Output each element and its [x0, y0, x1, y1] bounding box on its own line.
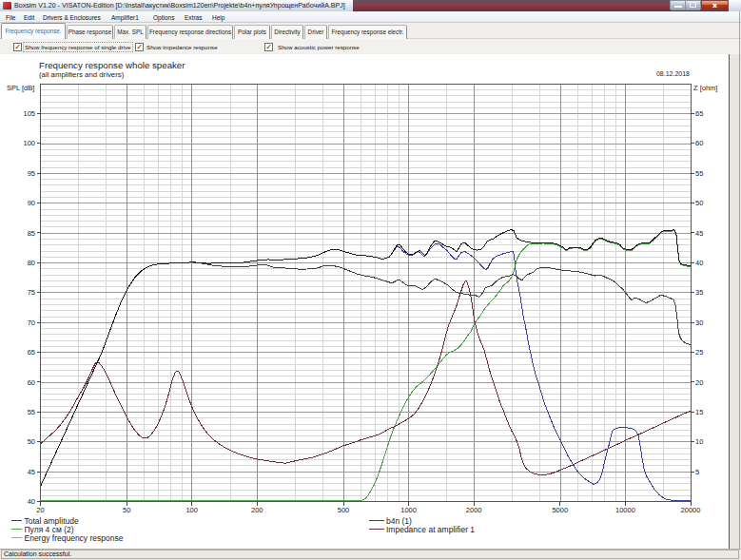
svg-text:60: 60	[28, 378, 35, 387]
svg-text:500: 500	[338, 506, 350, 514]
svg-text:100: 100	[23, 139, 35, 147]
svg-text:95: 95	[28, 169, 35, 178]
svg-text:105: 105	[23, 109, 35, 118]
svg-text:45: 45	[28, 468, 35, 476]
svg-text:55: 55	[28, 408, 35, 416]
svg-text:10: 10	[695, 437, 703, 446]
svg-text:65: 65	[695, 109, 703, 118]
svg-text:20: 20	[695, 378, 703, 387]
svg-text:2000: 2000	[466, 506, 482, 514]
svg-text:45: 45	[695, 229, 703, 238]
svg-text:Z [ohm]: Z [ohm]	[693, 84, 717, 92]
svg-text:10000: 10000	[615, 506, 635, 514]
svg-text:5000: 5000	[552, 506, 568, 514]
svg-text:SPL [dB]: SPL [dB]	[7, 84, 34, 92]
svg-text:Energy frequency response: Energy frequency response	[25, 533, 124, 543]
svg-text:50: 50	[695, 199, 703, 207]
svg-text:50: 50	[123, 506, 130, 514]
svg-text:60: 60	[695, 139, 703, 147]
svg-text:80: 80	[28, 259, 35, 267]
svg-text:35: 35	[695, 288, 703, 297]
svg-text:5: 5	[695, 468, 699, 476]
svg-text:20000: 20000	[681, 506, 701, 514]
svg-text:Frequency response whole speak: Frequency response whole speaker	[39, 60, 185, 70]
svg-text:40: 40	[28, 497, 35, 506]
svg-text:85: 85	[28, 229, 35, 238]
svg-text:200: 200	[251, 506, 263, 514]
svg-text:30: 30	[695, 319, 703, 327]
svg-text:25: 25	[695, 348, 703, 357]
svg-text:08.12.2018: 08.12.2018	[656, 70, 690, 77]
svg-text:75: 75	[28, 288, 35, 297]
svg-text:100: 100	[185, 506, 198, 514]
svg-text:20: 20	[36, 506, 44, 514]
svg-text:50: 50	[28, 437, 35, 446]
svg-text:15: 15	[695, 408, 703, 416]
svg-text:40: 40	[695, 259, 703, 267]
svg-text:1000: 1000	[400, 506, 417, 514]
svg-text:90: 90	[28, 199, 35, 207]
svg-text:70: 70	[28, 319, 35, 327]
svg-text:65: 65	[28, 348, 35, 357]
svg-text:Impedance at amplifier 1: Impedance at amplifier 1	[386, 525, 475, 534]
svg-text:55: 55	[695, 169, 703, 178]
svg-text:(all amplifiers and drivers): (all amplifiers and drivers)	[39, 70, 125, 79]
